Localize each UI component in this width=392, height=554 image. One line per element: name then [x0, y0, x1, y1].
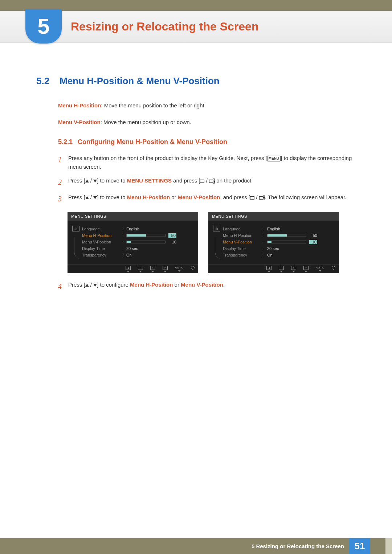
osd-value: On: [126, 253, 132, 257]
osd-value: 20 sec: [267, 246, 279, 251]
osd-slider: 50: [267, 233, 317, 238]
osd-item-language: Language:English: [223, 226, 335, 232]
osd-item-hposition: Menu H-Position: 50: [223, 232, 335, 239]
text: ] on the product.: [213, 177, 253, 184]
step-text: Press any button on the front of the pro…: [68, 154, 356, 171]
osd-value: English: [267, 227, 280, 231]
osd-slider: 10: [126, 240, 176, 244]
text: Press [: [68, 194, 85, 200]
text: or: [170, 194, 178, 200]
osd-auto-label: AUTO: [316, 266, 324, 272]
osd-footer-controls: ◂ − + ↵ AUTO: [68, 264, 198, 273]
steps-list: 1 Press any button on the front of the p…: [58, 154, 356, 292]
osd-item-displaytime: Display Time:20 sec: [223, 245, 335, 252]
step-number: 4: [58, 280, 68, 292]
osd-panel-hposition: MENU SETTINGS ⊕ Language:English Menu H-…: [68, 212, 198, 273]
text: ] to move to: [97, 177, 127, 184]
subsection-title: Configuring Menu H-Position & Menu V-Pos…: [78, 138, 227, 145]
osd-slider: 10: [267, 240, 317, 244]
chapter-header: 5 Resizing or Relocating the Screen: [0, 11, 392, 43]
osd-slider: 50: [126, 233, 176, 238]
osd-auto-label: AUTO: [175, 266, 184, 272]
subsection-heading: 5.2.1Configuring Menu H-Position & Menu …: [58, 138, 356, 146]
section-number: 5.2: [36, 75, 49, 86]
osd-label: Display Time: [82, 246, 123, 251]
highlight-h-position: Menu H-Position: [127, 194, 170, 200]
osd-screenshots-row: MENU SETTINGS ⊕ Language:English Menu H-…: [68, 212, 356, 273]
up-arrow-icon: [85, 284, 89, 287]
osd-item-transparency: Transparency:On: [82, 252, 194, 258]
text: ]. The following screen will appear.: [264, 194, 347, 200]
step-text: Press [ / ] to configure Menu H-Position…: [68, 280, 356, 289]
highlight-v-position: Menu V-Position: [181, 282, 223, 288]
osd-curve-decoration: [74, 237, 81, 259]
source-icon: [259, 196, 264, 200]
osd-item-vposition: Menu V-Position: 10: [82, 239, 194, 245]
osd-label: Menu H-Position: [223, 233, 264, 238]
osd-label: Transparency: [82, 253, 123, 257]
display-icon: [250, 196, 254, 200]
desc-h-position: Menu H-Position: Move the menu position …: [58, 101, 356, 110]
step-3: 3 Press [ / ] to move to Menu H-Position…: [58, 193, 356, 205]
osd-settings-icon: ⊕: [72, 226, 79, 231]
osd-panel-vposition: MENU SETTINGS ⊕ Language:English Menu H-…: [208, 212, 339, 273]
step-number: 1: [58, 154, 68, 165]
chapter-title: Resizing or Relocating the Screen: [62, 11, 258, 42]
osd-item-hposition: Menu H-Position: 50: [82, 232, 194, 239]
osd-label-active: Menu H-Position: [82, 233, 123, 238]
text: or: [173, 282, 181, 288]
text: and press [: [172, 177, 200, 184]
osd-sidebar: ⊕: [211, 226, 223, 259]
osd-minus-icon: −: [279, 266, 284, 272]
osd-value: 10: [309, 240, 317, 244]
footer-chapter-label: 5 Resizing or Relocating the Screen: [252, 538, 349, 554]
osd-value: 50: [168, 233, 176, 238]
osd-value: 20 sec: [126, 246, 138, 251]
term-h-position: Menu H-Position: [58, 102, 101, 108]
text: ] to move to: [97, 194, 127, 200]
down-arrow-icon: [93, 284, 97, 287]
up-arrow-icon: [85, 180, 89, 182]
display-icon: [200, 180, 204, 183]
footer-edge-decoration: [385, 538, 392, 554]
osd-back-icon: ◂: [126, 266, 131, 272]
subsection-number: 5.2.1: [58, 138, 73, 145]
footer-page-number: 51: [349, 538, 370, 554]
osd-power-icon: [191, 266, 195, 272]
osd-label: Display Time: [223, 246, 264, 251]
osd-menu-list: Language:English Menu H-Position: 50 Men…: [82, 226, 194, 259]
osd-enter-icon: ↵: [163, 266, 168, 272]
step-number: 3: [58, 193, 68, 205]
osd-title: MENU SETTINGS: [68, 212, 198, 221]
osd-plus-icon: +: [291, 266, 296, 272]
section-heading: 5.2Menu H-Position & Menu V-Position: [36, 75, 356, 87]
osd-menu-list: Language:English Menu H-Position: 50 Men…: [223, 226, 335, 259]
step-text: Press [ / ] to move to Menu H-Position o…: [68, 193, 356, 202]
step-1: 1 Press any button on the front of the p…: [58, 154, 356, 171]
step-4: 4 Press [ / ] to configure Menu H-Positi…: [58, 280, 356, 292]
chapter-number-badge: 5: [25, 9, 62, 44]
osd-value: On: [267, 253, 273, 257]
menu-key-icon: MENU: [267, 156, 281, 161]
osd-item-language: Language:English: [82, 226, 194, 232]
text: Press any button on the front of the pro…: [68, 155, 267, 161]
term-v-position: Menu V-Position: [58, 119, 101, 125]
text: .: [223, 282, 225, 288]
osd-label-active: Menu V-Position: [223, 240, 264, 244]
desc-h-text: : Move the menu position to the left or …: [101, 102, 206, 108]
step-text: Press [ / ] to move to MENU SETTINGS and…: [68, 176, 356, 185]
text: ] to configure: [97, 282, 130, 288]
osd-footer-controls: ◂ − + ↵ AUTO: [208, 264, 339, 273]
osd-value: English: [126, 227, 139, 231]
osd-enter-icon: ↵: [303, 266, 309, 272]
osd-back-icon: ◂: [266, 266, 271, 272]
osd-power-icon: [332, 266, 335, 272]
page-content: 5.2Menu H-Position & Menu V-Position Men…: [0, 43, 392, 292]
osd-title: MENU SETTINGS: [208, 212, 339, 221]
down-arrow-icon: [93, 180, 97, 182]
step-number: 2: [58, 176, 68, 188]
osd-label: Transparency: [223, 253, 264, 257]
down-arrow-icon: [93, 196, 97, 199]
osd-value: 10: [168, 240, 176, 244]
desc-v-text: : Move the menu position up or down.: [101, 119, 191, 125]
